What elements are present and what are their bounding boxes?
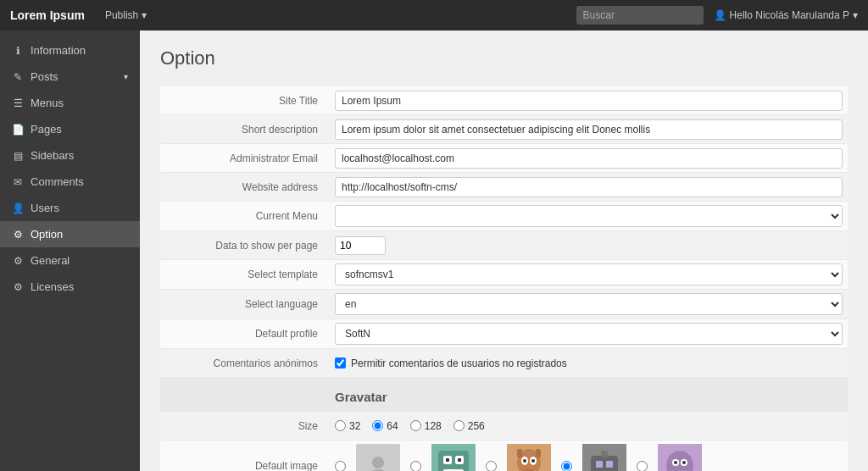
search-input[interactable] — [576, 6, 704, 25]
sidebar-item-information[interactable]: ℹ Information — [0, 37, 140, 64]
publish-dropdown[interactable]: Publish ▾ — [105, 9, 147, 21]
svg-rect-17 — [536, 449, 541, 457]
size-32-radio[interactable] — [335, 420, 346, 431]
size-64-label[interactable]: 64 — [372, 420, 398, 432]
general-icon: ⚙ — [12, 255, 24, 267]
size-row: Size 32 64 128 256 — [160, 412, 848, 441]
avatar-robohash — [582, 444, 626, 471]
svg-rect-20 — [596, 461, 603, 468]
sidebar-menu: ℹ Information ✎ Posts ▾ ☰ Menus 📄 Pages … — [0, 37, 140, 300]
pages-icon: 📄 — [12, 124, 24, 136]
chevron-down-icon: ▾ — [853, 9, 858, 21]
svg-rect-7 — [458, 458, 461, 462]
current-menu-label: Current Menu — [160, 205, 330, 227]
default-image-row: Default image — [160, 441, 848, 471]
website-address-row: Website address — [160, 173, 848, 202]
avatar-troll — [507, 444, 551, 471]
sidebar-item-sidebars[interactable]: ▤ Sidebars — [0, 142, 140, 169]
size-radio-group: 32 64 128 256 — [335, 420, 843, 432]
chevron-down-icon: ▾ — [142, 9, 147, 21]
svg-rect-23 — [601, 451, 608, 457]
sidebars-icon: ▤ — [12, 150, 24, 162]
admin-email-input[interactable] — [335, 148, 843, 169]
default-profile-label: Default profile — [160, 323, 330, 345]
comentarios-anonimos-label: Comentarios anónimos — [160, 352, 330, 374]
size-label: Size — [160, 415, 330, 437]
size-128-radio[interactable] — [410, 420, 421, 431]
image-option-blank[interactable] — [335, 461, 346, 472]
image-radio-4[interactable] — [561, 461, 572, 472]
image-option-2[interactable] — [410, 461, 421, 472]
sidebar-item-pages[interactable]: 📄 Pages — [0, 116, 140, 142]
image-option-3[interactable] — [486, 461, 497, 472]
comentarios-anonimos-checkbox[interactable] — [335, 357, 346, 368]
select-template-row: Select template sofncmsv1 — [160, 260, 848, 290]
svg-rect-21 — [606, 461, 613, 468]
default-image-control — [330, 441, 848, 471]
svg-rect-3 — [438, 451, 469, 471]
short-desc-label: Short description — [160, 119, 330, 141]
size-256-label[interactable]: 256 — [453, 420, 485, 432]
comentarios-anonimos-checkbox-label[interactable]: Permitir comentarios de usuarios no regi… — [335, 357, 843, 369]
image-option-5[interactable] — [637, 461, 648, 472]
sidebar-item-comments[interactable]: ✉ Comments — [0, 169, 140, 195]
default-profile-select[interactable]: SoftN — [335, 323, 843, 345]
size-128-label[interactable]: 128 — [410, 420, 442, 432]
image-radio-2[interactable] — [410, 461, 421, 472]
gravatar-section-heading: Gravatar — [335, 381, 843, 407]
svg-point-29 — [682, 461, 686, 464]
default-profile-row: Default profile SoftN — [160, 319, 848, 349]
chevron-down-icon: ▾ — [124, 72, 128, 81]
website-address-label: Website address — [160, 176, 330, 198]
posts-icon: ✎ — [12, 71, 24, 83]
site-title-control — [330, 87, 848, 114]
sidebar-item-menus[interactable]: ☰ Menus — [0, 90, 140, 116]
size-256-radio[interactable] — [453, 420, 465, 431]
select-template-control: sofncmsv1 — [330, 260, 848, 289]
size-64-radio[interactable] — [372, 420, 383, 431]
image-radio-blank[interactable] — [335, 461, 346, 472]
image-radio-3[interactable] — [486, 461, 497, 472]
option-icon: ⚙ — [12, 229, 24, 241]
menus-icon: ☰ — [12, 97, 24, 109]
options-form: Site Title Short description Administrat… — [160, 86, 848, 471]
short-desc-input[interactable] — [335, 119, 843, 140]
site-title-input[interactable] — [335, 91, 843, 111]
short-desc-row: Short description — [160, 115, 848, 144]
main-content: Option Site Title Short description Admi… — [140, 30, 868, 471]
select-language-row: Select language en — [160, 290, 848, 319]
image-radio-5[interactable] — [637, 461, 648, 472]
comments-icon: ✉ — [12, 176, 24, 188]
svg-point-0 — [372, 457, 384, 468]
user-menu[interactable]: 👤 Hello Nicolás Marulanda P ▾ — [714, 9, 858, 21]
layout: ℹ Information ✎ Posts ▾ ☰ Menus 📄 Pages … — [0, 30, 868, 471]
select-language-select[interactable]: en — [335, 293, 843, 315]
avatar-monster — [431, 444, 476, 471]
current-menu-select[interactable] — [335, 205, 843, 227]
sidebar-item-posts[interactable]: ✎ Posts ▾ — [0, 64, 140, 90]
current-menu-row: Current Menu — [160, 202, 848, 231]
select-template-select[interactable]: sofncmsv1 — [335, 263, 843, 285]
user-icon: 👤 — [714, 9, 726, 21]
sidebar-item-general[interactable]: ⚙ General — [0, 247, 140, 274]
svg-point-28 — [674, 461, 677, 464]
sidebar-item-option[interactable]: ⚙ Option — [0, 221, 140, 247]
admin-email-control — [330, 145, 848, 172]
size-32-label[interactable]: 32 — [335, 420, 360, 432]
admin-email-row: Administrator Email — [160, 144, 848, 173]
data-per-page-row: Data to show per page — [160, 231, 848, 260]
svg-point-13 — [523, 459, 526, 463]
website-address-input[interactable] — [335, 177, 843, 197]
page-title: Option — [160, 47, 848, 69]
sidebar-item-licenses[interactable]: ⚙ Licenses — [0, 274, 140, 300]
data-per-page-control — [330, 233, 848, 258]
image-option-4[interactable] — [561, 461, 572, 472]
site-title-label: Site Title — [160, 90, 330, 112]
site-title-row: Site Title — [160, 86, 848, 115]
search-container — [576, 6, 704, 25]
info-icon: ℹ — [12, 45, 24, 57]
admin-email-label: Administrator Email — [160, 147, 330, 169]
sidebar: ℹ Information ✎ Posts ▾ ☰ Menus 📄 Pages … — [0, 30, 140, 471]
sidebar-item-users[interactable]: 👤 Users — [0, 195, 140, 221]
data-per-page-input[interactable] — [335, 236, 386, 255]
